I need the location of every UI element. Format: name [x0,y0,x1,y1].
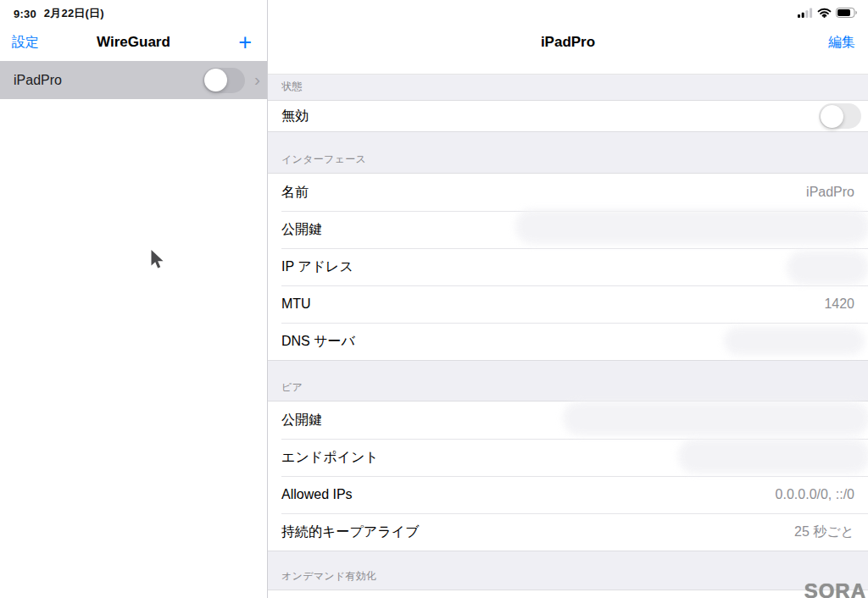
tunnel-name-label: iPadPro [14,73,62,88]
row-persistent-keepalive: 持続的キープアライブ 25 秒ごと [268,513,868,551]
wifi-icon [817,6,832,21]
row-label: IP アドレス [281,258,353,276]
row-mtu: MTU 1420 [268,285,868,323]
status-date: 2月22日(日) [44,6,104,21]
row-label: 持続的キープアライブ [281,523,419,541]
row-disabled-status: 無効 [268,101,868,131]
add-tunnel-button[interactable]: + [238,31,252,54]
tunnel-list-item-ipadpro[interactable]: iPadPro › [0,61,267,99]
row-name: 名前 iPadPro [268,174,868,211]
sora-watermark: SORA [804,579,866,598]
on-demand-section [268,590,868,598]
row-label: Allowed IPs [281,487,353,502]
sidebar-navbar: 設定 WireGuard + [0,24,267,61]
section-header-interface: インターフェース [268,132,868,173]
row-value: 0.0.0.0/0, ::/0 [776,487,854,502]
row-label: MTU [281,296,311,312]
edit-button[interactable]: 編集 [828,34,855,52]
row-label: 公開鍵 [281,412,322,429]
detail-navbar: iPadPro 編集 [268,0,868,75]
row-endpoint: エンドポイント [268,439,868,476]
tunnel-toggle[interactable] [203,68,245,93]
toggle-knob [204,69,227,91]
clock-time: 9:30 [14,8,36,20]
row-label: エンドポイント [281,449,379,467]
row-dns-server: DNS サーバ [268,323,868,360]
status-bar-right [798,6,858,21]
tunnel-detail-pane: iPadPro 編集 状態 無効 インターフェース 名前 iPadPro 公開鍵… [268,0,868,598]
row-value: iPadPro [806,185,854,200]
section-header-on-demand: オンデマンド有効化 [268,551,868,590]
row-label: DNS サーバ [281,333,355,351]
row-value: 25 秒ごと [794,523,854,541]
status-section: 無効 [268,100,868,132]
cellular-signal-icon [798,6,813,21]
row-public-key: 公開鍵 [268,211,868,248]
mouse-cursor-icon [150,249,165,274]
row-peer-public-key: 公開鍵 [268,401,868,439]
row-allowed-ips: Allowed IPs 0.0.0.0/0, ::/0 [268,476,868,513]
row-label: 公開鍵 [281,221,322,239]
row-value: 1420 [824,296,854,312]
section-header-peer: ピア [268,361,868,401]
tunnel-list-sidebar: 9:30 2月22日(日) 設定 WireGuard + iPadPro › [0,0,268,598]
row-ip-address: IP アドレス [268,248,868,285]
battery-icon [836,6,858,21]
wireguard-app-window: 9:30 2月22日(日) 設定 WireGuard + iPadPro › [0,0,868,598]
section-header-status: 状態 [268,75,868,100]
sidebar-title: WireGuard [0,34,267,51]
detail-title: iPadPro [268,34,868,51]
chevron-right-icon: › [254,70,260,88]
toggle-knob [821,105,843,128]
activate-toggle[interactable] [819,103,861,129]
row-label: 無効 [281,108,309,125]
peer-section: 公開鍵 エンドポイント Allowed IPs 0.0.0.0/0, ::/0 … [268,401,868,551]
row-label: 名前 [281,184,309,202]
interface-section: 名前 iPadPro 公開鍵 IP アドレス MTU 1420 DNS サーバ [268,173,868,361]
status-bar-left: 9:30 2月22日(日) [0,0,267,24]
